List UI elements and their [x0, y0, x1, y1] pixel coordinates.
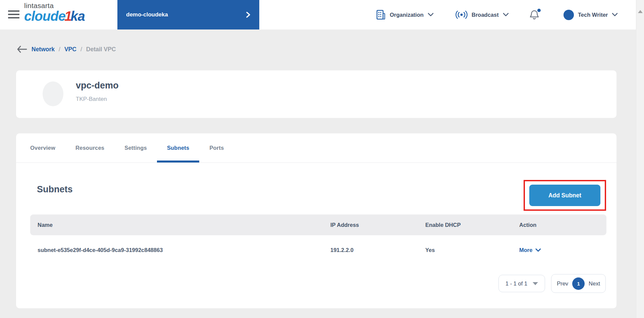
- project-name: demo-cloudeka: [126, 11, 168, 18]
- column-header-enable-dhcp: Enable DHCP: [425, 222, 519, 228]
- rows-per-page-dropdown[interactable]: 1 - 1 of 1: [498, 275, 545, 292]
- section-title: Subnets: [37, 184, 73, 195]
- tab-resources[interactable]: Resources: [65, 133, 114, 163]
- avatar: [564, 10, 574, 20]
- more-actions-button[interactable]: More: [519, 247, 606, 253]
- pager: Prev 1 Next: [551, 274, 606, 293]
- column-header-action: Action: [519, 222, 606, 228]
- organization-label: Organization: [390, 12, 424, 18]
- user-name: Tech Writer: [578, 12, 608, 18]
- tab-bar: Overview Resources Settings Subnets Port…: [16, 133, 616, 163]
- table-header: Name IP Address Enable DHCP Action: [30, 214, 606, 235]
- chevron-down-icon: [535, 248, 541, 252]
- pagination-range-label: 1 - 1 of 1: [505, 280, 527, 287]
- vpc-avatar: [43, 81, 63, 106]
- subnet-ip-cell: 191.2.2.0: [330, 247, 425, 253]
- breadcrumb: Network / VPC / Detail VPC: [17, 46, 116, 53]
- highlight-annotation: Add Subnet: [524, 180, 606, 211]
- organization-icon: [376, 9, 386, 20]
- broadcast-dropdown[interactable]: Broadcast: [455, 0, 509, 29]
- tab-subnets[interactable]: Subnets: [157, 133, 200, 163]
- app-header: lintasarta cloude1ka demo-cloudeka Organ…: [0, 0, 644, 29]
- prev-page-button[interactable]: Prev: [557, 280, 568, 287]
- broadcast-label: Broadcast: [472, 12, 499, 18]
- tab-settings[interactable]: Settings: [114, 133, 157, 163]
- back-arrow-icon[interactable]: [17, 46, 28, 53]
- scroll-up-arrow-icon[interactable]: [638, 10, 643, 13]
- breadcrumb-separator: /: [80, 46, 82, 53]
- breadcrumb-vpc[interactable]: VPC: [64, 46, 76, 53]
- vpc-name: vpc-demo: [76, 80, 119, 91]
- breadcrumb-separator: /: [59, 46, 60, 53]
- next-page-button[interactable]: Next: [589, 280, 600, 287]
- chevron-down-icon: [428, 13, 434, 17]
- current-page-button[interactable]: 1: [572, 277, 585, 290]
- pagination: 1 - 1 of 1 Prev 1 Next: [498, 274, 606, 293]
- brand-lintasarta: lintasarta: [24, 2, 85, 9]
- chevron-down-icon: [612, 13, 618, 17]
- column-header-ip-address: IP Address: [330, 222, 425, 228]
- notifications-button[interactable]: [529, 0, 539, 29]
- tab-overview[interactable]: Overview: [20, 133, 65, 163]
- more-label: More: [519, 247, 532, 253]
- hamburger-menu-icon[interactable]: [8, 10, 19, 19]
- vpc-location: TKP-Banten: [76, 96, 107, 103]
- brand-logo: lintasarta cloude1ka: [24, 2, 85, 23]
- user-menu[interactable]: Tech Writer: [564, 0, 618, 29]
- breadcrumb-network[interactable]: Network: [32, 46, 55, 53]
- tab-ports[interactable]: Ports: [199, 133, 234, 163]
- project-selector[interactable]: demo-cloudeka: [117, 0, 259, 29]
- column-header-name: Name: [38, 222, 330, 228]
- organization-dropdown[interactable]: Organization: [376, 0, 434, 29]
- vertical-scrollbar[interactable]: [636, 0, 644, 318]
- broadcast-icon: [455, 10, 468, 19]
- vpc-detail-card: Overview Resources Settings Subnets Port…: [16, 133, 616, 308]
- brand-cloudeka: cloude1ka: [24, 9, 85, 23]
- table-row: subnet-e535e29f-d4ce-405d-9ca9-31992c848…: [30, 235, 606, 265]
- notification-badge: [537, 9, 541, 12]
- vpc-summary-card: vpc-demo TKP-Banten: [16, 70, 616, 118]
- subnet-dhcp-cell: Yes: [425, 247, 519, 253]
- chevron-down-icon: [503, 13, 509, 17]
- subnet-name-cell: subnet-e535e29f-d4ce-405d-9ca9-31992c848…: [38, 247, 330, 253]
- breadcrumb-detail-vpc: Detail VPC: [86, 46, 116, 53]
- chevron-right-icon: [246, 11, 251, 18]
- dropdown-arrow-icon: [533, 282, 538, 285]
- add-subnet-button[interactable]: Add Subnet: [529, 185, 600, 206]
